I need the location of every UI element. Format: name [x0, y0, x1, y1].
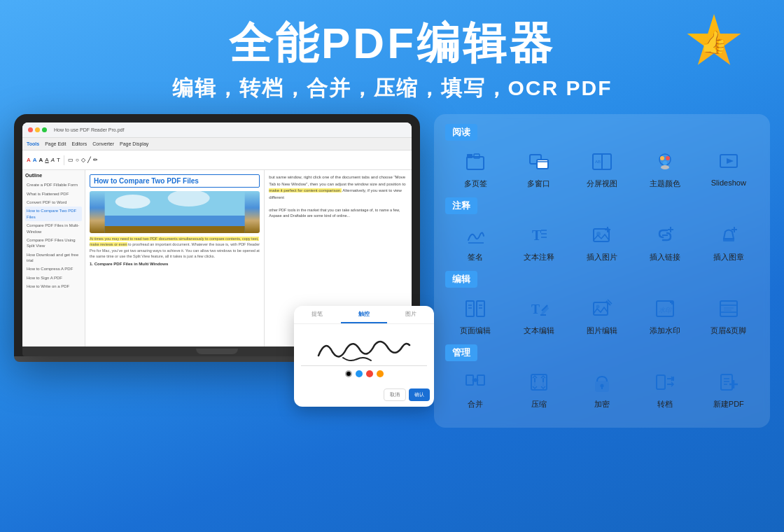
feature-text-annotation[interactable]: T 文本注释: [508, 221, 568, 262]
theme-color-label: 主题颜色: [650, 178, 680, 189]
card-actions: 取消 确认: [294, 388, 434, 407]
section-reading-label: 阅读: [445, 124, 477, 141]
card-tab-image[interactable]: 图片: [387, 306, 434, 323]
article-title: How to Compare Two PDF Files: [90, 174, 260, 188]
cancel-button[interactable]: 取消: [384, 388, 406, 401]
edit-features-grid: 页面编辑 T 文本编辑: [445, 295, 759, 336]
feature-text-edit[interactable]: T 文本编辑: [508, 295, 568, 336]
encrypt-icon: [588, 368, 616, 396]
svg-rect-37: [477, 301, 484, 316]
signature-preview: [301, 331, 427, 366]
reading-features-grid: 多页签 多窗口: [445, 148, 759, 189]
feature-new-pdf[interactable]: 新建PDF: [699, 368, 759, 410]
encrypt-label: 加密: [594, 399, 610, 410]
menu-converter: Converter: [92, 141, 114, 146]
insert-image-icon: [588, 221, 616, 249]
menu-editors: Editors: [72, 141, 88, 146]
article-left-col: How to Compare Two PDF Files: [85, 170, 265, 346]
color-red[interactable]: [366, 370, 373, 377]
section-reading: 阅读 多页签: [445, 124, 759, 189]
feature-merge[interactable]: 合并: [445, 368, 505, 410]
feature-multi-window[interactable]: 多窗口: [508, 148, 568, 189]
svg-point-47: [596, 305, 599, 309]
svg-rect-6: [467, 154, 472, 158]
svg-text:T: T: [531, 302, 540, 316]
header-footer-label: 页眉&页脚: [710, 326, 746, 336]
sidebar-item: How to Compress A PDF: [25, 265, 82, 273]
multi-tab-label: 多页签: [464, 178, 487, 189]
confirm-button[interactable]: 确认: [409, 388, 430, 401]
sidebar-item: How to Write on a PDF: [25, 282, 82, 290]
convert-icon: [651, 368, 679, 396]
watermark-icon: 水印: [651, 295, 679, 323]
menu-page-display: Page Display: [120, 141, 148, 146]
insert-link-label: 插入链接: [650, 252, 680, 262]
svg-rect-54: [720, 301, 737, 316]
image-edit-label: 图片编辑: [587, 326, 617, 336]
svg-rect-33: [723, 239, 734, 241]
color-blue[interactable]: [356, 370, 363, 377]
color-orange[interactable]: [377, 370, 384, 377]
card-tab-touch[interactable]: 触控: [341, 306, 388, 323]
new-pdf-icon: [715, 368, 743, 396]
text-edit-icon: T: [525, 295, 553, 323]
sidebar-item: Compare PDF Files Using Split View: [25, 236, 82, 251]
compress-icon: [525, 368, 553, 396]
split-view-icon: AB: [588, 148, 616, 176]
sidebar-heading: Outline: [25, 173, 82, 178]
feature-split-view[interactable]: AB 分屏视图: [572, 148, 632, 189]
feature-watermark[interactable]: 水印 添加水印: [635, 295, 695, 336]
svg-point-69: [600, 384, 603, 388]
feature-page-edit[interactable]: 页面编辑: [445, 295, 505, 336]
feature-slideshow[interactable]: Slideshow: [699, 148, 759, 189]
laptop-ribbon: A A A A A T ▭ ○ ◇ ╱ ✏: [22, 150, 412, 170]
feature-insert-stamp[interactable]: 插入图章: [699, 221, 759, 262]
svg-text:AB: AB: [595, 160, 601, 164]
section-annotation-label: 注释: [445, 197, 477, 214]
svg-rect-71: [657, 375, 665, 389]
laptop-menu-bar: Tools Page Edit Editors Converter Page D…: [22, 138, 412, 150]
card-tab-write[interactable]: 提笔: [294, 306, 341, 323]
feature-encrypt[interactable]: 加密: [572, 368, 632, 410]
insert-link-icon: [651, 221, 679, 249]
new-pdf-label: 新建PDF: [713, 399, 744, 410]
section-annotation: 注释 签名 T: [445, 197, 759, 262]
svg-point-17: [663, 161, 667, 165]
card-tabs: 提笔 触控 图片: [294, 306, 434, 324]
signature-label: 签名: [468, 252, 483, 262]
feature-convert[interactable]: 转档: [635, 368, 695, 410]
svg-point-18: [661, 165, 669, 169]
insert-stamp-icon: [715, 221, 743, 249]
feature-insert-link[interactable]: 插入链接: [635, 221, 695, 262]
feature-header-footer[interactable]: 页眉&页脚: [699, 295, 759, 336]
main-title: 全能PDF编辑器: [0, 20, 784, 67]
section-manage-label: 管理: [445, 344, 477, 361]
feature-multi-tab[interactable]: 多页签: [445, 148, 505, 189]
signature-icon: [461, 221, 489, 249]
text-edit-label: 文本编辑: [524, 326, 554, 336]
sidebar-item: Create a PDF Fillable Form: [25, 181, 82, 189]
svg-marker-20: [727, 158, 734, 164]
color-picker-row: [301, 370, 427, 377]
feature-compress[interactable]: 压缩: [508, 368, 568, 410]
multi-window-icon: [525, 148, 553, 176]
article-image: [90, 191, 260, 233]
text-annotation-icon: T: [525, 221, 553, 249]
compress-label: 压缩: [531, 399, 547, 410]
image-edit-icon: [588, 295, 616, 323]
multi-window-label: 多窗口: [527, 178, 550, 189]
feature-theme-color[interactable]: 主题颜色: [635, 148, 695, 189]
svg-rect-9: [537, 160, 548, 169]
color-black[interactable]: [345, 370, 352, 377]
sidebar-item: What is Flattened PDF: [25, 190, 82, 198]
theme-color-icon: [651, 148, 679, 176]
svg-rect-4: [105, 226, 245, 233]
feature-signature[interactable]: 签名: [445, 221, 505, 262]
svg-point-16: [666, 156, 670, 160]
merge-label: 合并: [468, 399, 483, 410]
sidebar-item: Convert PDF to Word: [25, 198, 82, 206]
feature-image-edit[interactable]: 图片编辑: [572, 295, 632, 336]
feature-insert-image[interactable]: 插入图片: [572, 221, 632, 262]
sub-title: 编辑，转档，合并，压缩，填写，OCR PDF: [0, 74, 784, 103]
svg-point-1: [115, 195, 150, 209]
